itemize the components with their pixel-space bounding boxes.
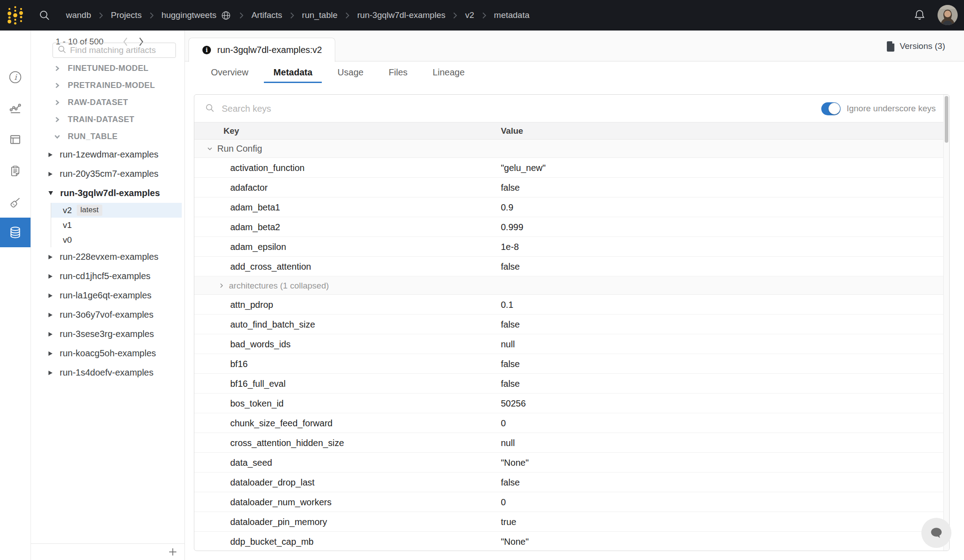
sidebar-category-pretrained-model[interactable]: PRETRAINED-MODEL xyxy=(31,77,184,94)
sidebar-run-label: run-228evxem-examples xyxy=(60,252,158,262)
section-chevron-right-icon[interactable] xyxy=(218,282,225,289)
metadata-key: adam_epsilon xyxy=(194,242,501,252)
sidebar-run-item[interactable]: run-20y35cm7-examples xyxy=(31,164,184,184)
breadcrumb-item[interactable]: v2 xyxy=(465,10,474,20)
metadata-section-row[interactable]: architectures (1 collapsed) xyxy=(194,276,949,295)
tab-usage[interactable]: Usage xyxy=(337,61,364,83)
svg-text:i: i xyxy=(206,47,208,53)
breadcrumb-item[interactable]: huggingtweets xyxy=(162,10,232,21)
metadata-row: chunk_size_feed_forward0 xyxy=(194,413,949,433)
metadata-section-row[interactable]: Run Config xyxy=(194,140,949,158)
svg-text:i: i xyxy=(14,73,18,82)
sidebar-run-item[interactable]: run-3sese3rg-examples xyxy=(31,324,184,344)
sidebar-version-item-v0[interactable]: v0 xyxy=(51,232,182,247)
metadata-row: bf16_full_evalfalse xyxy=(194,374,949,394)
breadcrumb-item[interactable]: run_table xyxy=(302,10,337,20)
breadcrumb-item-label[interactable]: Artifacts xyxy=(251,10,282,20)
section-label: Run Config xyxy=(217,144,262,154)
artifacts-sidebar: FINETUNED-MODELPRETRAINED-MODELRAW-DATAS… xyxy=(31,31,185,560)
sidebar-category-run_table[interactable]: RUN_TABLE xyxy=(31,128,184,145)
metadata-row: bad_words_idsnull xyxy=(194,334,949,354)
rail-item-sweeps[interactable] xyxy=(0,188,31,217)
rail-item-charts[interactable] xyxy=(0,93,31,123)
sidebar-category-train-dataset[interactable]: TRAIN-DATASET xyxy=(31,111,184,128)
artifact-version-tab[interactable]: i run-3gqlw7dl-examples:v2 xyxy=(188,38,335,62)
breadcrumb-item[interactable]: wandb xyxy=(66,10,91,20)
metadata-row: activation_function"gelu_new" xyxy=(194,158,949,178)
breadcrumb-item-label[interactable]: v2 xyxy=(465,10,474,20)
sidebar-run-item[interactable]: run-1s4doefv-examples xyxy=(31,363,184,382)
triangle-right-icon xyxy=(48,371,53,375)
search-icon xyxy=(205,103,215,115)
sidebar-version-item-v2[interactable]: v2latest xyxy=(51,203,182,218)
breadcrumb-item[interactable]: run-3gqlw7dl-examples xyxy=(357,10,445,20)
breadcrumb-item[interactable]: metadata xyxy=(494,10,530,20)
breadcrumb-item-label[interactable]: run_table xyxy=(302,10,337,20)
metadata-key: adam_beta2 xyxy=(194,222,501,232)
triangle-right-icon xyxy=(48,274,53,279)
search-icon[interactable] xyxy=(38,9,51,22)
breadcrumb-item[interactable]: Artifacts xyxy=(251,10,282,20)
metadata-key: bf16_full_eval xyxy=(194,379,501,389)
user-avatar[interactable] xyxy=(938,5,958,25)
breadcrumb-item-label[interactable]: Projects xyxy=(111,10,142,20)
rail-item-tables[interactable] xyxy=(0,125,31,154)
rail-item-artifacts[interactable] xyxy=(0,218,31,247)
rail-item-info[interactable]: i xyxy=(0,62,31,92)
main-content: i run-3gqlw7dl-examples:v2 Versions (3) … xyxy=(185,31,964,560)
tab-files[interactable]: Files xyxy=(389,61,408,83)
info-icon: i xyxy=(202,45,211,55)
metadata-value: false xyxy=(501,262,949,272)
tab-overview[interactable]: Overview xyxy=(211,61,248,83)
section-chevron-down-icon[interactable] xyxy=(206,145,214,153)
chat-button[interactable] xyxy=(921,518,951,548)
metadata-key: bad_words_ids xyxy=(194,339,501,350)
breadcrumb-item-label[interactable]: metadata xyxy=(494,10,530,20)
ignore-underscore-toggle[interactable] xyxy=(821,102,841,115)
metadata-key: data_seed xyxy=(194,458,501,468)
artifact-tabs: OverviewMetadataUsageFilesLineage xyxy=(185,61,964,83)
sidebar-run-item[interactable]: run-cd1jhcf5-examples xyxy=(31,267,184,286)
breadcrumb-item-label[interactable]: huggingtweets xyxy=(162,10,217,20)
metadata-key: bos_token_id xyxy=(194,398,501,409)
metadata-key: attn_pdrop xyxy=(194,300,501,310)
panel-scrollbar[interactable] xyxy=(943,95,949,551)
sidebar-run-item[interactable]: run-228evxem-examples xyxy=(31,247,184,267)
breadcrumb-item-label[interactable]: wandb xyxy=(66,10,91,20)
sidebar-run-item[interactable]: run-3o6y7vof-examples xyxy=(31,305,184,324)
metadata-value: "gelu_new" xyxy=(501,163,949,173)
chat-bubble-icon xyxy=(929,525,945,541)
sidebar-run-item[interactable]: run-1zewdmar-examples xyxy=(31,145,184,164)
metadata-value: false xyxy=(501,379,949,389)
rail-item-reports[interactable] xyxy=(0,156,31,186)
wandb-artifacts-page: wandbProjectshuggingtweetsArtifactsrun_t… xyxy=(0,0,964,560)
bell-icon[interactable] xyxy=(913,9,926,22)
sidebar-version-item-v1[interactable]: v1 xyxy=(51,218,182,232)
sidebar-run-item[interactable]: run-3gqlw7dl-examples xyxy=(31,184,184,203)
artifact-search-box[interactable] xyxy=(53,43,176,58)
breadcrumb-item[interactable]: Projects xyxy=(111,10,142,20)
breadcrumb-item-label[interactable]: run-3gqlw7dl-examples xyxy=(357,10,445,20)
wandb-logo[interactable] xyxy=(5,4,26,26)
metadata-value: 0.999 xyxy=(501,222,949,232)
scrollbar-thumb[interactable] xyxy=(945,96,948,143)
metadata-rows: Run Configactivation_function"gelu_new"a… xyxy=(194,140,949,551)
metadata-table-header: Key Value xyxy=(194,122,949,140)
sidebar-run-item[interactable]: run-koacg5oh-examples xyxy=(31,344,184,363)
metadata-search-input[interactable] xyxy=(221,103,492,114)
add-artifact-icon[interactable] xyxy=(167,547,178,557)
sidebar-category-raw-dataset[interactable]: RAW-DATASET xyxy=(31,94,184,111)
tab-metadata[interactable]: Metadata xyxy=(273,61,312,83)
metadata-row: adafactorfalse xyxy=(194,178,949,197)
column-header-key: Key xyxy=(194,126,501,136)
triangle-right-icon xyxy=(48,255,53,259)
tab-lineage[interactable]: Lineage xyxy=(433,61,464,83)
metadata-value: "None" xyxy=(501,537,949,547)
metadata-row: auto_find_batch_sizefalse xyxy=(194,315,949,334)
sidebar-run-item[interactable]: run-la1ge6qt-examples xyxy=(31,286,184,305)
versions-button[interactable]: Versions (3) xyxy=(887,39,945,53)
version-label: v2 xyxy=(63,206,72,215)
ignore-underscore-toggle-group: Ignore underscore keys xyxy=(821,95,936,122)
artifact-search-input[interactable] xyxy=(69,45,171,56)
sidebar-category-finetuned-model[interactable]: FINETUNED-MODEL xyxy=(31,60,184,77)
